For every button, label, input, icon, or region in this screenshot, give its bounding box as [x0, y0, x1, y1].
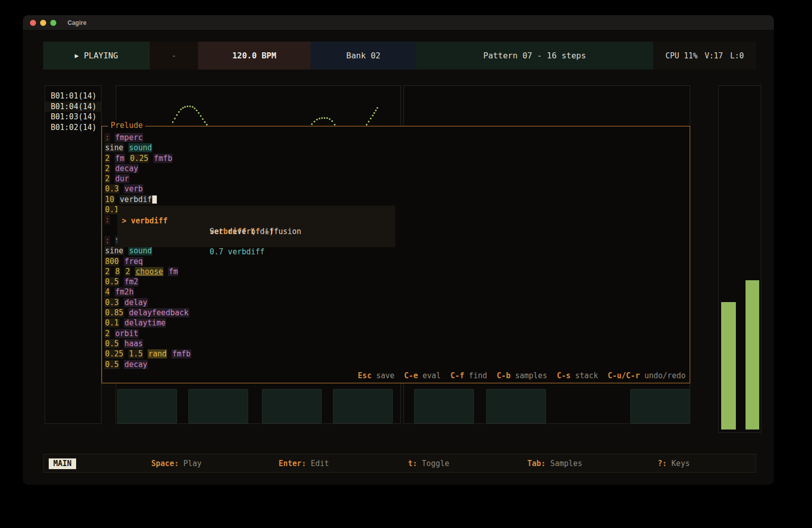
code-line[interactable]: 0.5 haas [105, 339, 688, 349]
waveform-dot [311, 123, 313, 125]
code-line[interactable]: 0.5 decay [105, 359, 688, 370]
text-cursor [152, 195, 157, 204]
code-editor[interactable]: Prelude : fmpercsine sound2 fm 0.25 fmfb… [101, 126, 690, 383]
code-line[interactable]: 0.3 delay [105, 298, 688, 308]
minimize-button[interactable] [40, 20, 46, 26]
zoom-button[interactable] [50, 20, 56, 26]
autocomplete-row: 0.7 verbdiff [117, 237, 395, 247]
pattern-display[interactable]: Pattern 07 - 16 steps [416, 42, 653, 70]
hint-edit: Enter: Edit [279, 458, 329, 469]
pattern-list-item[interactable]: B01:04(14) [45, 102, 101, 112]
system-stats: CPU 11% V:17 L:0 [653, 42, 756, 70]
waveform-dot [182, 107, 184, 109]
bank-display[interactable]: Bank 02 [311, 42, 416, 70]
bpm-display[interactable]: 120.0 BPM [198, 42, 311, 70]
waveform-dot [319, 118, 320, 119]
code-line[interactable]: 0.85 delayfeedback [105, 308, 688, 318]
code-line[interactable]: 0.1 delaytime [105, 318, 688, 328]
code-line[interactable]: : fmperc [105, 133, 688, 143]
code-token: 2 [105, 329, 110, 338]
code-token: 2 [125, 267, 130, 276]
transport-dash: - [150, 42, 198, 70]
waveform-dot [314, 121, 315, 122]
waveform-dot [206, 124, 208, 125]
code-token: 4 [105, 287, 110, 296]
waveform-dot [366, 124, 367, 125]
step-slot[interactable] [333, 389, 393, 423]
autocomplete-popup: > verbdiff verbdiff (f —) Set reverb dif… [117, 206, 395, 247]
waveform-dot [324, 117, 325, 119]
waveform-dot [194, 108, 195, 109]
code-token: delaytime [124, 318, 166, 327]
latency-stat: L:0 [730, 51, 744, 60]
autocomplete-example: 0.7 verbdiff [210, 247, 264, 257]
code-line[interactable]: 2 decay [105, 163, 688, 174]
waveform-dot [372, 115, 374, 116]
step-slot[interactable] [262, 389, 322, 423]
code-line[interactable]: 0.5 fm2 [105, 277, 688, 287]
waveform-dot [316, 119, 318, 120]
desktop: Cagire ▶PLAYING - 120.0 BPM Bank 02 Patt… [0, 0, 812, 528]
hint-keys: ?: Keys [658, 458, 690, 469]
code-token: : [105, 215, 110, 224]
code-token: 0.3 [105, 184, 119, 193]
editor-keybind: Esc save [358, 371, 394, 380]
code-token: 2 [105, 267, 110, 276]
code-line[interactable]: 0.25 1.5 rand fmfb [105, 349, 688, 359]
code-line[interactable]: 10 verbdif [105, 194, 688, 205]
step-slot[interactable] [188, 389, 248, 423]
waveform-dot [331, 120, 333, 122]
waveform-dot [192, 106, 193, 108]
pattern-list-item[interactable]: B01:03(14) [45, 112, 101, 122]
waveform-dot [370, 118, 371, 119]
code-token: 0.5 [105, 277, 119, 286]
code-token: decay [115, 164, 139, 173]
code-area[interactable]: : fmpercsine sound2 fm 0.25 fmfb2 decay2… [105, 133, 688, 370]
hint-toggle: t: Toggle [408, 458, 449, 469]
voices-stat: V:17 [705, 51, 723, 60]
waveform-dot [176, 114, 178, 116]
pattern-list-item[interactable]: B01:01(14) [45, 91, 101, 102]
waveform-dot [180, 109, 182, 110]
close-button[interactable] [30, 20, 36, 26]
code-token: fm [115, 154, 125, 163]
code-line[interactable]: 2 8 2 choose fm [105, 267, 688, 277]
editor-title: Prelude [108, 121, 145, 130]
autocomplete-row: Set reverb diffusion [117, 216, 395, 226]
level-meter-bar [746, 280, 759, 430]
status-bar: MAIN Space: Play Enter: Edit t: Toggle T… [43, 454, 756, 473]
code-token: sine [105, 143, 124, 152]
code-token: 10 [105, 195, 115, 204]
code-line[interactable]: 2 orbit [105, 328, 688, 339]
waveform-dot [202, 118, 204, 120]
code-line[interactable]: sine sound [105, 143, 688, 153]
traffic-lights [30, 20, 56, 26]
code-token: delay [124, 298, 148, 307]
waveform-dot [178, 111, 180, 113]
code-line[interactable]: 2 fm 0.25 fmfb [105, 153, 688, 163]
code-token: dur [115, 174, 129, 183]
code-token: fm2h [115, 287, 134, 296]
step-slot[interactable] [486, 389, 546, 423]
code-line[interactable]: 2 dur [105, 174, 688, 184]
code-token: : [105, 133, 110, 142]
waveform-dot [377, 107, 378, 109]
code-token: 0.25 [129, 154, 149, 163]
code-line[interactable]: 800 freq [105, 256, 688, 267]
code-line[interactable]: 4 fm2h [105, 287, 688, 297]
editor-keybind: C-f find [451, 371, 487, 380]
editor-keybind: C-s stack [557, 371, 598, 380]
waveform-dot [196, 110, 197, 111]
step-slot[interactable] [630, 389, 690, 423]
code-token: choose [135, 267, 163, 276]
code-token: 0.85 [105, 308, 124, 317]
code-line[interactable]: 0.3 verb [105, 184, 688, 194]
waveform-dot [198, 112, 199, 114]
pattern-list-item[interactable]: B01:02(14) [45, 122, 101, 133]
code-line[interactable]: sine sound [105, 246, 688, 256]
transport-status[interactable]: ▶PLAYING [43, 42, 150, 70]
code-token: fm [168, 267, 178, 276]
step-slot[interactable] [414, 389, 474, 423]
step-slot[interactable] [117, 389, 177, 423]
pattern-list: B01:01(14)B01:04(14)B01:03(14)B01:02(14) [45, 86, 101, 133]
